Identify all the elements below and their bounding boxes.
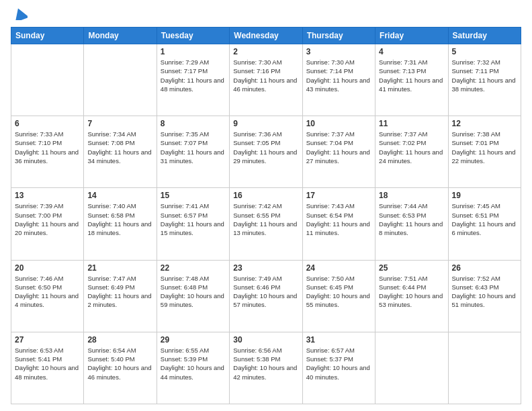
calendar-week-row: 1Sunrise: 7:29 AM Sunset: 7:17 PM Daylig…: [11, 44, 521, 116]
day-detail: Sunrise: 7:44 AM Sunset: 6:53 PM Dayligh…: [379, 201, 444, 237]
calendar-cell: [448, 332, 521, 404]
day-detail: Sunrise: 6:53 AM Sunset: 5:41 PM Dayligh…: [15, 346, 80, 381]
day-detail: Sunrise: 7:38 AM Sunset: 7:01 PM Dayligh…: [452, 130, 517, 165]
calendar-cell: 17Sunrise: 7:43 AM Sunset: 6:54 PM Dayli…: [302, 188, 375, 260]
day-detail: Sunrise: 7:29 AM Sunset: 7:17 PM Dayligh…: [161, 58, 226, 93]
day-number: 17: [306, 191, 371, 200]
calendar-cell: 3Sunrise: 7:30 AM Sunset: 7:14 PM Daylig…: [302, 44, 375, 116]
calendar-cell: 9Sunrise: 7:36 AM Sunset: 7:05 PM Daylig…: [230, 116, 302, 188]
calendar-cell: 12Sunrise: 7:38 AM Sunset: 7:01 PM Dayli…: [448, 116, 521, 188]
calendar-cell: 18Sunrise: 7:44 AM Sunset: 6:53 PM Dayli…: [375, 188, 448, 260]
day-number: 22: [161, 263, 226, 273]
calendar-cell: 8Sunrise: 7:35 AM Sunset: 7:07 PM Daylig…: [157, 116, 229, 188]
day-number: 24: [306, 263, 371, 273]
calendar-cell: 19Sunrise: 7:45 AM Sunset: 6:51 PM Dayli…: [448, 188, 521, 260]
calendar-cell: 25Sunrise: 7:51 AM Sunset: 6:44 PM Dayli…: [375, 260, 448, 332]
calendar-cell: 20Sunrise: 7:46 AM Sunset: 6:50 PM Dayli…: [11, 260, 84, 332]
day-number: 15: [161, 191, 226, 200]
day-number: 5: [452, 47, 517, 56]
day-detail: Sunrise: 6:56 AM Sunset: 5:38 PM Dayligh…: [233, 346, 298, 381]
day-detail: Sunrise: 7:30 AM Sunset: 7:16 PM Dayligh…: [233, 58, 298, 93]
calendar-cell: 13Sunrise: 7:39 AM Sunset: 7:00 PM Dayli…: [11, 188, 84, 260]
calendar-cell: [375, 332, 448, 404]
logo-bird-icon: [13, 8, 28, 20]
day-number: 20: [15, 263, 80, 273]
calendar-cell: 29Sunrise: 6:55 AM Sunset: 5:39 PM Dayli…: [157, 332, 229, 404]
day-number: 14: [87, 191, 152, 200]
calendar-week-row: 27Sunrise: 6:53 AM Sunset: 5:41 PM Dayli…: [11, 332, 521, 404]
day-detail: Sunrise: 7:51 AM Sunset: 6:44 PM Dayligh…: [379, 274, 444, 310]
day-detail: Sunrise: 7:48 AM Sunset: 6:48 PM Dayligh…: [161, 274, 226, 310]
day-detail: Sunrise: 7:43 AM Sunset: 6:54 PM Dayligh…: [306, 201, 371, 237]
header-tuesday: Tuesday: [157, 28, 229, 44]
day-detail: Sunrise: 7:37 AM Sunset: 7:02 PM Dayligh…: [379, 130, 444, 165]
calendar-cell: 2Sunrise: 7:30 AM Sunset: 7:16 PM Daylig…: [230, 44, 302, 116]
day-detail: Sunrise: 6:54 AM Sunset: 5:40 PM Dayligh…: [87, 346, 152, 381]
calendar-cell: 16Sunrise: 7:42 AM Sunset: 6:55 PM Dayli…: [230, 188, 302, 260]
header-friday: Friday: [375, 28, 448, 44]
day-detail: Sunrise: 7:31 AM Sunset: 7:13 PM Dayligh…: [379, 58, 444, 93]
calendar-cell: 11Sunrise: 7:37 AM Sunset: 7:02 PM Dayli…: [375, 116, 448, 188]
day-number: 23: [233, 263, 298, 273]
day-number: 26: [452, 263, 517, 273]
day-number: 28: [87, 335, 152, 345]
day-number: 29: [161, 335, 226, 345]
header-wednesday: Wednesday: [230, 28, 302, 44]
day-number: 1: [161, 47, 226, 56]
calendar-cell: 14Sunrise: 7:40 AM Sunset: 6:58 PM Dayli…: [84, 188, 157, 260]
day-detail: Sunrise: 6:55 AM Sunset: 5:39 PM Dayligh…: [161, 346, 226, 381]
calendar-table: Sunday Monday Tuesday Wednesday Thursday…: [11, 27, 521, 404]
calendar-cell: 24Sunrise: 7:50 AM Sunset: 6:45 PM Dayli…: [302, 260, 375, 332]
calendar-cell: 21Sunrise: 7:47 AM Sunset: 6:49 PM Dayli…: [84, 260, 157, 332]
calendar-week-row: 13Sunrise: 7:39 AM Sunset: 7:00 PM Dayli…: [11, 188, 521, 260]
calendar-cell: 30Sunrise: 6:56 AM Sunset: 5:38 PM Dayli…: [230, 332, 302, 404]
calendar-cell: 28Sunrise: 6:54 AM Sunset: 5:40 PM Dayli…: [84, 332, 157, 404]
calendar-week-row: 6Sunrise: 7:33 AM Sunset: 7:10 PM Daylig…: [11, 116, 521, 188]
page: Sunday Monday Tuesday Wednesday Thursday…: [0, 0, 532, 411]
day-detail: Sunrise: 7:35 AM Sunset: 7:07 PM Dayligh…: [161, 130, 226, 165]
day-detail: Sunrise: 7:49 AM Sunset: 6:46 PM Dayligh…: [233, 274, 298, 310]
calendar-cell: 7Sunrise: 7:34 AM Sunset: 7:08 PM Daylig…: [84, 116, 157, 188]
header-saturday: Saturday: [448, 28, 521, 44]
calendar-cell: 23Sunrise: 7:49 AM Sunset: 6:46 PM Dayli…: [230, 260, 302, 332]
day-number: 16: [233, 191, 298, 200]
calendar-cell: 1Sunrise: 7:29 AM Sunset: 7:17 PM Daylig…: [157, 44, 229, 116]
header-monday: Monday: [84, 28, 157, 44]
calendar-cell: 26Sunrise: 7:52 AM Sunset: 6:43 PM Dayli…: [448, 260, 521, 332]
logo: [11, 11, 28, 20]
calendar-cell: 4Sunrise: 7:31 AM Sunset: 7:13 PM Daylig…: [375, 44, 448, 116]
day-number: 3: [306, 47, 371, 56]
day-number: 9: [233, 119, 298, 128]
day-number: 11: [379, 119, 444, 128]
calendar-week-row: 20Sunrise: 7:46 AM Sunset: 6:50 PM Dayli…: [11, 260, 521, 332]
day-detail: Sunrise: 6:57 AM Sunset: 5:37 PM Dayligh…: [306, 346, 371, 381]
header-sunday: Sunday: [11, 28, 84, 44]
calendar-cell: 6Sunrise: 7:33 AM Sunset: 7:10 PM Daylig…: [11, 116, 84, 188]
day-detail: Sunrise: 7:39 AM Sunset: 7:00 PM Dayligh…: [15, 201, 80, 237]
day-detail: Sunrise: 7:47 AM Sunset: 6:49 PM Dayligh…: [87, 274, 152, 310]
day-number: 21: [87, 263, 152, 273]
calendar-cell: 31Sunrise: 6:57 AM Sunset: 5:37 PM Dayli…: [302, 332, 375, 404]
calendar-cell: [84, 44, 157, 116]
calendar-cell: 15Sunrise: 7:41 AM Sunset: 6:57 PM Dayli…: [157, 188, 229, 260]
calendar-cell: [11, 44, 84, 116]
header: [11, 11, 521, 20]
day-detail: Sunrise: 7:40 AM Sunset: 6:58 PM Dayligh…: [87, 201, 152, 237]
day-detail: Sunrise: 7:37 AM Sunset: 7:04 PM Dayligh…: [306, 130, 371, 165]
day-detail: Sunrise: 7:45 AM Sunset: 6:51 PM Dayligh…: [452, 201, 517, 237]
day-detail: Sunrise: 7:42 AM Sunset: 6:55 PM Dayligh…: [233, 201, 298, 237]
day-number: 13: [15, 191, 80, 200]
day-detail: Sunrise: 7:46 AM Sunset: 6:50 PM Dayligh…: [15, 274, 80, 310]
calendar-cell: 5Sunrise: 7:32 AM Sunset: 7:11 PM Daylig…: [448, 44, 521, 116]
day-number: 18: [379, 191, 444, 200]
calendar-cell: 22Sunrise: 7:48 AM Sunset: 6:48 PM Dayli…: [157, 260, 229, 332]
day-number: 6: [15, 119, 80, 128]
day-detail: Sunrise: 7:32 AM Sunset: 7:11 PM Dayligh…: [452, 58, 517, 93]
day-number: 10: [306, 119, 371, 128]
day-number: 2: [233, 47, 298, 56]
day-detail: Sunrise: 7:34 AM Sunset: 7:08 PM Dayligh…: [87, 130, 152, 165]
svg-marker-0: [13, 8, 28, 20]
calendar-cell: 10Sunrise: 7:37 AM Sunset: 7:04 PM Dayli…: [302, 116, 375, 188]
day-detail: Sunrise: 7:50 AM Sunset: 6:45 PM Dayligh…: [306, 274, 371, 310]
day-number: 7: [87, 119, 152, 128]
